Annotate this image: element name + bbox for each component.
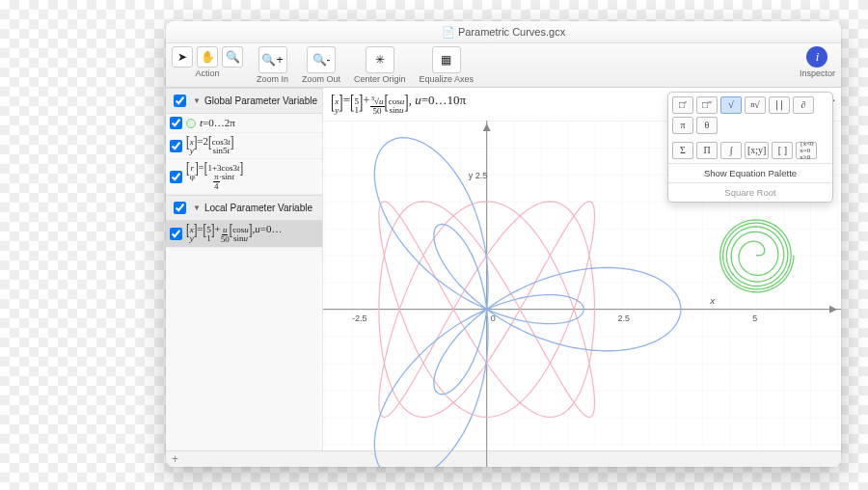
svg-text:2.5: 2.5: [617, 313, 629, 323]
palette-partial-button[interactable]: ∂: [793, 96, 814, 114]
sidebar-local-header[interactable]: ▼ Local Parameter Variable: [166, 195, 322, 221]
equation-text: t=0…2π: [200, 118, 235, 128]
zoom-out-label: Zoom Out: [302, 74, 340, 84]
action-label: Action: [195, 68, 219, 78]
center-label: Center Origin: [354, 74, 406, 84]
palette-abs-button[interactable]: ∣∣: [769, 96, 790, 114]
color-bullet-icon: [186, 119, 196, 128]
toolbar-equalize-group: ▦ Equalize Axes: [420, 46, 475, 84]
global-header-label: Global Parameter Variable: [204, 95, 317, 106]
palette-main-label[interactable]: Show Equation Palette: [668, 163, 832, 182]
hand-tool-button[interactable]: ✋: [197, 46, 218, 68]
palette-sum-button[interactable]: Σ: [672, 142, 693, 159]
palette-theta-button[interactable]: θ: [696, 117, 718, 134]
palette-nroot-button[interactable]: n√: [745, 96, 766, 114]
equation-text: [xy]=[51]+u50[cosusinu],u=0…: [186, 224, 282, 244]
item-checkbox[interactable]: [170, 140, 182, 152]
current-equation: [xy]=[51]+3√u50[cosusinu], u=0…10π: [331, 94, 466, 116]
equation-palette-popover: □′ □″ √ n√ ∣∣ ∂ π θ Σ Π ∫ [x;y] [: [667, 92, 833, 203]
zoom-in-label: Zoom In: [257, 74, 288, 84]
equation-text: [xy]=2[cos3tsin5t]: [186, 136, 233, 155]
palette-matrix-button[interactable]: [ ]: [772, 142, 793, 159]
sidebar-global-header[interactable]: ▼ Global Parameter Variable: [166, 88, 322, 114]
local-header-label: Local Parameter Variable: [204, 203, 312, 213]
palette-pi-button[interactable]: π: [672, 117, 693, 134]
center-origin-button[interactable]: ✳: [366, 46, 394, 73]
item-checkbox[interactable]: [170, 117, 182, 129]
window-title: Parametric Curves.gcx: [458, 26, 565, 38]
local-header-checkbox[interactable]: [174, 202, 186, 214]
toolbar-center-group: ✳ Center Origin: [354, 46, 406, 84]
palette-sqrt-button[interactable]: √: [720, 96, 742, 114]
toolbar-zoomout-group: 🔍- Zoom Out: [302, 46, 340, 84]
palette-row-2: Σ Π ∫ [x;y] [ ] {x<0x=0x>0: [668, 138, 832, 163]
magnify-tool-button[interactable]: 🔍: [222, 46, 243, 68]
item-checkbox[interactable]: [170, 171, 182, 183]
zoom-out-button[interactable]: 🔍-: [307, 46, 336, 73]
svg-text:y 2.5: y 2.5: [469, 171, 487, 180]
equalize-label: Equalize Axes: [420, 74, 475, 84]
body: ▼ Global Parameter Variable t=0…2π [xy]=…: [166, 88, 841, 450]
zoom-in-button[interactable]: 🔍+: [258, 46, 287, 73]
equalize-axes-button[interactable]: ▦: [432, 46, 461, 73]
disclosure-triangle-icon[interactable]: ▼: [193, 204, 201, 212]
svg-text:5: 5: [752, 313, 757, 323]
list-item[interactable]: t=0…2π: [166, 114, 322, 133]
add-button[interactable]: +: [172, 453, 178, 465]
app-window: 📄 Parametric Curves.gcx ➤ ✋ 🔍 Action 🔍+ …: [166, 21, 841, 467]
list-item[interactable]: [xy]=2[cos3tsin5t]: [166, 133, 322, 159]
toolbar-inspector-group: i Inspector: [800, 46, 835, 78]
palette-piecewise-button[interactable]: {x<0x=0x>0: [796, 142, 817, 159]
palette-dblprime-button[interactable]: □″: [696, 96, 718, 114]
palette-sub-label: Square Root: [668, 182, 832, 202]
equation-text: [rφ]=[1+3cos3tπ4·sint]: [186, 162, 243, 191]
toolbar-action-group: ➤ ✋ 🔍 Action: [172, 46, 243, 78]
toolbar: ➤ ✋ 🔍 Action 🔍+ Zoom In 🔍- Zoom Out ✳ Ce…: [166, 43, 841, 88]
inspector-label: Inspector: [800, 68, 835, 78]
svg-text:-2.5: -2.5: [352, 313, 366, 323]
inspector-button[interactable]: i: [806, 46, 827, 68]
list-item[interactable]: [xy]=[51]+u50[cosusinu],u=0…: [166, 221, 322, 248]
canvas[interactable]: [xy]=[51]+3√u50[cosusinu], u=0…10π –Σ·: [323, 88, 841, 450]
titlebar[interactable]: 📄 Parametric Curves.gcx: [166, 21, 841, 43]
list-item[interactable]: [rφ]=[1+3cos3tπ4·sint]: [166, 159, 322, 195]
disclosure-triangle-icon[interactable]: ▼: [193, 96, 201, 105]
global-header-checkbox[interactable]: [174, 95, 186, 107]
palette-vector-button[interactable]: [x;y]: [745, 142, 769, 159]
palette-integral-button[interactable]: ∫: [720, 142, 742, 159]
palette-row-1: □′ □″ √ n√ ∣∣ ∂ π θ: [668, 93, 832, 138]
item-checkbox[interactable]: [170, 228, 182, 240]
pointer-tool-button[interactable]: ➤: [172, 46, 193, 68]
palette-prod-button[interactable]: Π: [696, 142, 718, 159]
toolbar-zoomin-group: 🔍+ Zoom In: [257, 46, 288, 84]
sidebar: ▼ Global Parameter Variable t=0…2π [xy]=…: [166, 88, 323, 450]
svg-text:x: x: [709, 295, 716, 306]
palette-prime-button[interactable]: □′: [672, 96, 693, 114]
